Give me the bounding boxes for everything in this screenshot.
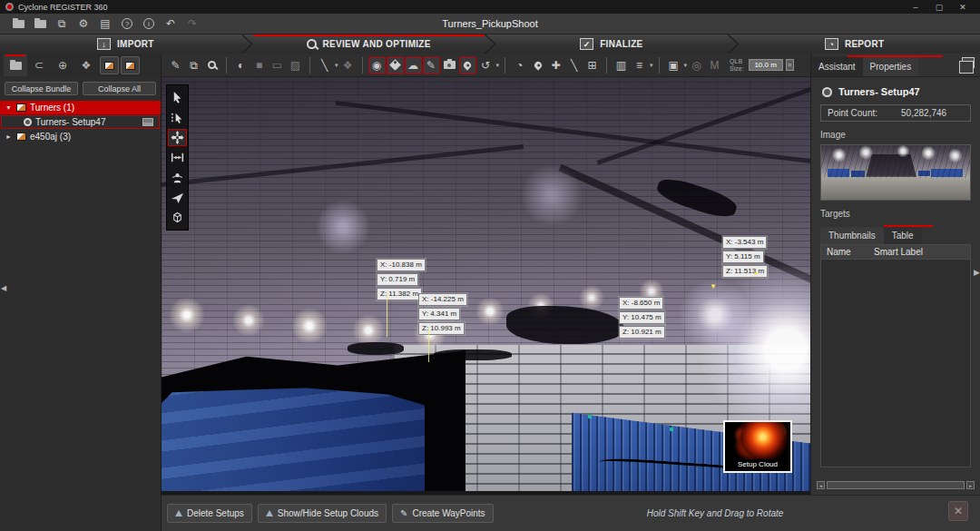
add-tag-icon[interactable] xyxy=(387,56,404,74)
create-waypoints-button[interactable]: ✎ Create WayPoints xyxy=(392,504,494,523)
delete-setups-button[interactable]: Delete Setups xyxy=(167,504,252,523)
targets-horizontal-scrollbar[interactable]: ◂ ▸ xyxy=(817,480,975,490)
panel-close-button[interactable]: ✕ xyxy=(948,501,968,521)
qlb-size-slider[interactable]: 10.0 m xyxy=(749,59,783,71)
multi-select-icon[interactable]: ❖ xyxy=(339,56,357,74)
tree-item-bundle-turners[interactable]: ▼ Turners (1) xyxy=(0,101,161,114)
bundle-view-toggle-2[interactable] xyxy=(121,56,140,74)
bundle-view-toggle-1[interactable] xyxy=(100,56,119,74)
image-mode-icon[interactable]: ▨ xyxy=(287,56,304,74)
export-icon[interactable]: ⧉ xyxy=(51,16,73,31)
orbit-tool-icon[interactable]: ↺ xyxy=(477,56,495,74)
add-annotation-icon[interactable]: ✎ xyxy=(423,56,440,74)
targets-table[interactable]: Name Smart Label xyxy=(820,244,971,467)
pan-tool[interactable] xyxy=(168,129,187,146)
open-project-icon[interactable] xyxy=(7,16,29,31)
scrollbar-thumb[interactable] xyxy=(827,481,965,489)
measure-tool-icon[interactable]: ╲ xyxy=(316,56,333,74)
snapshot-camera-icon[interactable] xyxy=(441,56,458,74)
redo-icon[interactable]: ↷ xyxy=(181,16,203,31)
tree-item-bundle-e450aj[interactable]: ► e450aj (3) xyxy=(0,130,161,143)
setup-cloud-label: Setup Cloud xyxy=(725,459,790,471)
tree-expand-icon[interactable]: ▼ xyxy=(5,104,13,111)
windows-layout-icon[interactable]: ⧉ xyxy=(185,56,202,74)
tree-item-setup47[interactable]: Turners- Setup47 xyxy=(1,115,160,129)
scroll-left-button[interactable]: ◂ xyxy=(817,481,825,489)
cloud-lock-icon[interactable]: ◎ xyxy=(688,56,705,74)
list-view-icon[interactable]: ≡ xyxy=(631,56,648,74)
zoom-region-icon[interactable] xyxy=(203,56,220,74)
measurement-label-2[interactable]: X: -14.225 m Y: 4.341 m Z: 10.993 m xyxy=(418,293,467,335)
targets-section-label: Targets xyxy=(811,201,980,221)
tab-assistant[interactable]: Assistant xyxy=(811,56,863,76)
cloud-merge-icon[interactable]: M xyxy=(706,56,723,74)
measurement-leader-line xyxy=(387,293,387,337)
fit-box-icon[interactable]: ⊞ xyxy=(583,56,601,74)
help-icon[interactable]: ? xyxy=(116,16,138,31)
measurement-label-3[interactable]: X: -3.543 m Y: 5.115 m Z: 11.513 m xyxy=(722,236,768,278)
solid-mode-icon[interactable]: ■ xyxy=(250,56,268,74)
report-icon[interactable]: ▤ xyxy=(94,16,116,31)
report-doc-icon: ◔ xyxy=(825,38,838,50)
tab-links[interactable]: ⊂ xyxy=(27,54,51,76)
add-target-icon[interactable]: ◉ xyxy=(368,56,386,74)
panoramic-view-tool[interactable] xyxy=(168,169,187,186)
panorama-mode-icon[interactable]: ▭ xyxy=(269,56,286,74)
list-dropdown-icon[interactable]: ▾ xyxy=(650,62,653,69)
point-cloud-viewport[interactable]: X: -10.838 m Y: 0.719 m Z: 11.382 m X: -… xyxy=(162,77,810,495)
view-cube-dropdown-icon[interactable]: ▾ xyxy=(684,62,688,69)
right-panel-collapse-handle[interactable]: ▶ xyxy=(974,268,980,277)
tab-properties[interactable]: Properties xyxy=(863,56,919,76)
measurement-label-4[interactable]: X: -8.650 m Y: 10.475 m Z: 10.921 m xyxy=(619,297,665,339)
qlb-slider-grip[interactable]: ≡ xyxy=(786,59,794,71)
colorize-mode-icon[interactable]: ◐ xyxy=(232,56,250,74)
application-window: Cyclone REGISTER 360 – ▢ ✕ ⧉ ⚙ ▤ ? i ↶ ↷… xyxy=(0,0,980,531)
show-hide-setup-clouds-button[interactable]: Show/Hide Setup Clouds xyxy=(258,504,387,523)
stage-import[interactable]: ↓ IMPORT xyxy=(0,34,251,54)
left-panel-collapse-handle[interactable]: ◀ xyxy=(1,284,6,292)
close-button[interactable]: ✕ xyxy=(951,0,975,14)
multi-select-tool[interactable] xyxy=(168,109,187,126)
fit-view-tool[interactable] xyxy=(168,149,187,166)
scroll-right-button[interactable]: ▸ xyxy=(966,481,975,489)
settings-gear-icon[interactable]: ⚙ xyxy=(73,16,94,31)
orbit-dropdown-icon[interactable]: ▾ xyxy=(496,62,500,69)
collapse-all-button[interactable]: Collapse All xyxy=(83,82,156,95)
maximize-button[interactable]: ▢ xyxy=(927,0,951,14)
erase-tool-icon[interactable]: ✎ xyxy=(167,56,184,74)
measure-dropdown-icon[interactable]: ▾ xyxy=(335,62,338,69)
image-pair-icon[interactable]: ▥ xyxy=(612,56,630,74)
draw-line-icon[interactable]: ╲ xyxy=(565,56,583,74)
stage-report[interactable]: ◔ REPORT xyxy=(729,34,980,54)
add-waypoint-pin-icon[interactable] xyxy=(459,56,476,74)
layout-panels-icon[interactable] xyxy=(962,57,975,68)
view-cube-icon[interactable]: ▣ xyxy=(665,56,682,74)
add-cloud-icon[interactable]: ☁ xyxy=(405,56,422,74)
stage-review-and-optimize[interactable]: REVIEW AND OPTIMIZE xyxy=(243,34,495,54)
limit-box-icon[interactable]: ◔ xyxy=(511,56,528,74)
minimize-button[interactable]: – xyxy=(904,0,927,14)
save-project-icon[interactable] xyxy=(29,16,51,31)
undo-icon[interactable]: ↶ xyxy=(160,16,181,31)
setup-cloud-inset[interactable]: Setup Cloud xyxy=(723,420,792,473)
tree-collapse-icon[interactable]: ► xyxy=(5,133,13,140)
collapse-bundle-button[interactable]: Collapse Bundle xyxy=(5,82,78,95)
bundle-icon xyxy=(125,62,135,70)
tab-project-explorer[interactable] xyxy=(4,54,27,76)
info-icon[interactable]: i xyxy=(138,16,160,31)
fly-tool[interactable] xyxy=(168,189,187,206)
folder-save-icon xyxy=(34,20,46,28)
edit-pin-icon[interactable] xyxy=(529,56,546,74)
tab-sites[interactable]: ⊕ xyxy=(51,54,74,76)
setup-cloud-thermal-image xyxy=(725,422,790,459)
select-tool[interactable] xyxy=(168,89,187,106)
cube-view-tool[interactable] xyxy=(168,209,187,226)
left-panel-tabs: ⊂ ⊕ ❖ xyxy=(0,54,162,77)
tab-thumbnails[interactable]: Thumbnails xyxy=(820,227,884,244)
tab-models[interactable]: ❖ xyxy=(74,54,98,76)
setup-panorama-thumbnail[interactable] xyxy=(820,144,971,201)
tab-table[interactable]: Table xyxy=(884,227,922,244)
setup-image-icon[interactable] xyxy=(142,118,153,126)
move-axes-icon[interactable]: ✚ xyxy=(547,56,564,74)
stage-finalize[interactable]: ✓ FINALIZE xyxy=(486,34,738,54)
